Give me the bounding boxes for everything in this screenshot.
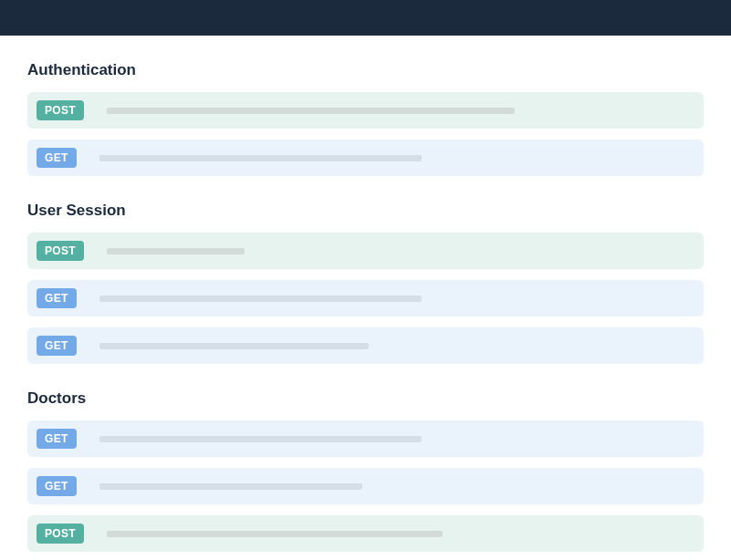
endpoint-row[interactable]: GET [27, 420, 704, 457]
endpoint-row[interactable]: GET [27, 468, 704, 504]
endpoint-path-placeholder [99, 155, 422, 161]
endpoint-path-placeholder [99, 343, 370, 349]
section-title: Authentication [27, 61, 704, 79]
endpoint-row[interactable]: POST [27, 92, 704, 129]
method-badge: GET [37, 429, 77, 449]
method-badge: GET [37, 148, 77, 168]
header-bar [0, 0, 731, 36]
endpoint-path-placeholder [107, 531, 443, 537]
method-badge: POST [37, 241, 84, 261]
endpoint-path-placeholder [99, 483, 362, 490]
endpoint-row[interactable]: GET [27, 327, 704, 364]
endpoint-row[interactable]: POST [27, 233, 704, 269]
method-badge: GET [37, 288, 77, 308]
endpoint-row[interactable]: GET [27, 280, 704, 316]
section-title: Doctors [27, 389, 704, 408]
api-section: Doctors GET GET POST [27, 389, 704, 552]
endpoint-row[interactable]: GET [27, 140, 704, 176]
method-badge: POST [37, 524, 84, 544]
method-badge: GET [37, 336, 77, 356]
api-sections: Authentication POST GET User Session POS… [0, 61, 731, 552]
method-badge: POST [37, 100, 84, 120]
endpoint-path-placeholder [99, 436, 422, 442]
api-section: Authentication POST GET [27, 61, 704, 176]
endpoint-row[interactable]: POST [27, 515, 704, 552]
method-badge: GET [37, 476, 77, 496]
section-title: User Session [27, 202, 704, 220]
endpoint-path-placeholder [107, 248, 245, 254]
api-section: User Session POST GET GET [27, 202, 704, 364]
endpoint-path-placeholder [107, 108, 515, 114]
endpoint-path-placeholder [99, 296, 422, 302]
